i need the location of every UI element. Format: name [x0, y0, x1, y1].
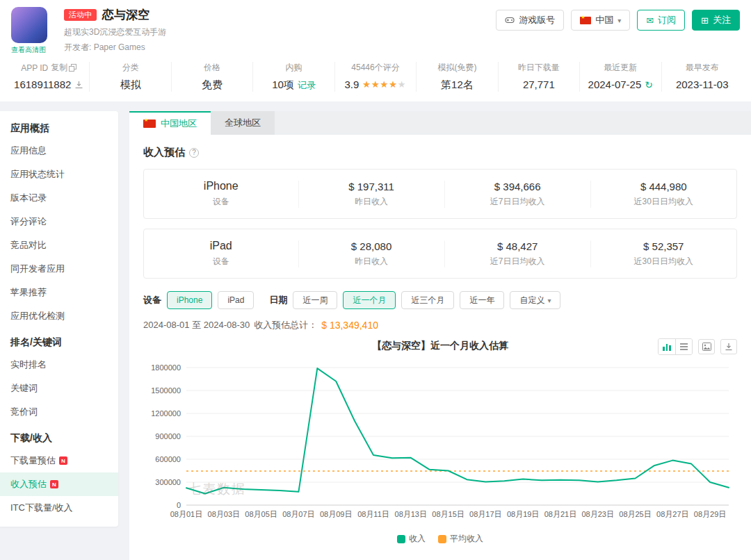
total-value: $ 13,349,410: [321, 320, 378, 331]
date-range: 2024-08-01 至 2024-08-30: [143, 319, 250, 331]
subscribe-button[interactable]: ✉ 订阅: [637, 10, 685, 31]
line-chart-svg: 0300000600000900000120000015000001800000…: [143, 358, 737, 529]
chart-tools: [658, 338, 737, 355]
chevron-down-icon: ▾: [547, 297, 551, 304]
sidebar-item-apple-featured[interactable]: 苹果推荐: [0, 281, 118, 304]
metric-label: 昨日收入: [299, 256, 444, 267]
export-image-icon[interactable]: [698, 339, 715, 354]
legend-revenue[interactable]: 收入: [397, 533, 426, 545]
bar-chart-icon[interactable]: [659, 339, 675, 354]
table-view-icon[interactable]: [675, 339, 692, 354]
legend-average[interactable]: 平均收入: [438, 533, 483, 545]
sidebar-item-label: 收入预估: [10, 478, 47, 491]
svg-text:600000: 600000: [155, 455, 181, 463]
page-title: 收入预估: [143, 146, 185, 159]
date-filter-quarter[interactable]: 近三个月: [401, 291, 454, 309]
metric-yesterday-revenue: $ 28,080 昨日收入: [298, 240, 444, 267]
device-filter-iphone[interactable]: iPhone: [167, 291, 212, 309]
filter-option-label: 近一个月: [353, 295, 386, 306]
sidebar-item-app-info[interactable]: 应用信息: [0, 139, 118, 163]
ipad-revenue-card: iPad 设备 $ 28,080 昨日收入 $ 48,427 近7日日均收入 $…: [143, 229, 737, 279]
copy-button[interactable]: 复制: [51, 62, 76, 74]
sidebar-item-label: 评分评论: [10, 215, 47, 228]
device-filter-ipad[interactable]: iPad: [218, 291, 254, 309]
metric-30day-avg-revenue: $ 444,980 近30日日均收入: [590, 181, 736, 208]
sidebar-item-aso-check[interactable]: 应用优化检测: [0, 304, 118, 328]
sidebar-section-download-revenue: 下载/收入: [0, 424, 118, 449]
sidebar-item-app-status-stats[interactable]: 应用状态统计: [0, 163, 118, 186]
stat-label: 内购: [286, 62, 302, 74]
help-icon[interactable]: ?: [189, 148, 199, 158]
copy-label: 复制: [51, 62, 67, 74]
legend-swatch-revenue: [397, 535, 405, 543]
metric-label: 近7日日均收入: [445, 256, 590, 267]
iap-record-link[interactable]: 记录: [298, 79, 316, 92]
stat-label: 昨日下载量: [518, 62, 560, 74]
new-badge: N: [50, 480, 58, 488]
cloud-download-icon[interactable]: [74, 81, 83, 89]
view-hd-link[interactable]: 查看高清图: [11, 45, 46, 55]
game-license-label: 游戏版号: [519, 14, 555, 26]
stat-first-release: 最早发布 2023-11-03: [661, 62, 743, 92]
stat-category: 分类 模拟: [89, 62, 170, 92]
app-title-block: 活动中 恋与深空 超现实3D沉浸恋爱互动手游 开发者: Paper Games: [64, 7, 166, 55]
tab-global-label: 全球地区: [225, 117, 261, 129]
sidebar-section-app-overview: 应用概括: [0, 114, 118, 139]
tab-china-region[interactable]: 中国地区: [129, 111, 211, 135]
sidebar-item-bidding-words[interactable]: 竞价词: [0, 400, 118, 424]
filter-option-label: iPad: [227, 295, 244, 305]
stat-value: 2024-07-25: [588, 79, 642, 90]
metric-yesterday-revenue: $ 197,311 昨日收入: [298, 181, 444, 208]
stat-label: 模拟(免费): [437, 62, 476, 74]
region-select[interactable]: 中国 ▾: [571, 10, 630, 31]
svg-text:08月07日: 08月07日: [282, 510, 314, 518]
follow-plus-icon: ⊞: [701, 15, 709, 26]
chart-legend: 收入 平均收入: [143, 533, 737, 550]
filter-option-label: 近一周: [302, 295, 328, 306]
app-icon[interactable]: [11, 7, 47, 43]
date-filter-custom[interactable]: 自定义 ▾: [510, 291, 560, 309]
sidebar-item-keywords[interactable]: 关键词: [0, 377, 118, 400]
filter-option-label: 近三个月: [411, 295, 444, 306]
svg-text:08月25日: 08月25日: [619, 510, 651, 518]
svg-text:08月03日: 08月03日: [208, 510, 240, 518]
device-label: 设备: [144, 256, 298, 267]
sidebar-item-label: 应用状态统计: [10, 168, 65, 181]
game-license-button[interactable]: 游戏版号: [496, 10, 564, 31]
region-tabs: 中国地区 全球地区: [129, 111, 751, 135]
sidebar-item-itc-downloads-revenue[interactable]: ITC下载量/收入: [0, 496, 118, 520]
tab-china-label: 中国地区: [161, 117, 197, 130]
chevron-down-icon: ▾: [617, 17, 621, 24]
stat-value: 模拟: [120, 79, 141, 92]
sidebar-item-ratings-reviews[interactable]: 评分评论: [0, 210, 118, 233]
date-filter-month[interactable]: 近一个月: [343, 291, 396, 309]
sidebar-item-label: 关键词: [10, 382, 38, 395]
device-column: iPad 设备: [144, 240, 298, 267]
sidebar-item-revenue-estimate[interactable]: 收入预估 N: [0, 472, 118, 496]
revenue-panel: 收入预估 ? iPhone 设备 $ 197,311 昨日收入 $ 394,66…: [129, 135, 751, 560]
refresh-icon[interactable]: ↻: [645, 80, 653, 90]
sidebar-item-competitor-compare[interactable]: 竞品对比: [0, 233, 118, 257]
live-event-badge: 活动中: [64, 9, 97, 21]
svg-text:300000: 300000: [155, 478, 181, 486]
sidebar-item-realtime-rank[interactable]: 实时排名: [0, 353, 118, 377]
app-developer[interactable]: 开发者: Paper Games: [64, 42, 166, 53]
sidebar-item-version-history[interactable]: 版本记录: [0, 186, 118, 210]
svg-text:08月11日: 08月11日: [357, 510, 389, 518]
sidebar-item-download-estimate[interactable]: 下载量预估 N: [0, 449, 118, 472]
summary-row: 2024-08-01 至 2024-08-30 收入预估总计： $ 13,349…: [143, 319, 737, 331]
tab-global-region[interactable]: 全球地区: [211, 111, 275, 135]
sidebar-item-same-developer-apps[interactable]: 同开发者应用: [0, 257, 118, 281]
follow-button[interactable]: ⊞ 关注: [692, 10, 740, 31]
stat-value: 1618911882: [14, 79, 71, 90]
svg-text:08月23日: 08月23日: [581, 510, 613, 518]
download-icon[interactable]: [720, 339, 737, 354]
date-filter-year[interactable]: 近一年: [460, 291, 504, 309]
metric-value: $ 197,311: [299, 181, 444, 192]
legend-label: 平均收入: [450, 533, 483, 545]
gamepad-icon: [505, 16, 515, 24]
mail-icon: ✉: [646, 15, 654, 26]
chart-header: 【恋与深空】近一个月收入估算: [143, 340, 737, 355]
chart-title: 【恋与深空】近一个月收入估算: [143, 340, 737, 352]
date-filter-week[interactable]: 近一周: [293, 291, 337, 309]
